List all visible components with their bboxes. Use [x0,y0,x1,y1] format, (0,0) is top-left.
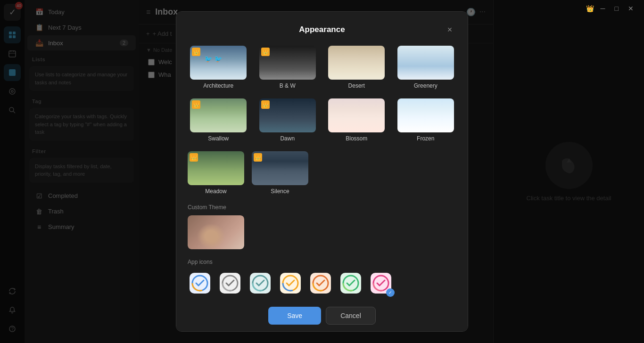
theme-blossom-img [328,98,385,132]
app-icon-5[interactable] [308,271,333,295]
theme-swallow-img: 👑 [190,98,247,132]
app-icon-3[interactable] [248,271,272,295]
cancel-button[interactable]: Cancel [326,307,376,325]
premium-badge: 👑 [190,153,198,162]
theme-meadow[interactable]: 👑 Meadow [188,151,244,195]
theme-silence-img: 👑 [252,151,308,185]
theme-blossom[interactable]: Blossom [326,98,388,142]
theme-dawn[interactable]: 👑 Dawn [257,98,319,142]
custom-theme-img [188,215,244,249]
modal-title: Appearance [201,25,443,34]
theme-dawn-label: Dawn [280,135,295,142]
modal-overlay[interactable]: Appearance × 👑 Architecture 👑 B & W [0,0,644,343]
theme-desert-img [328,46,385,80]
theme-architecture[interactable]: 👑 Architecture [188,46,249,89]
theme-frozen-label: Frozen [417,135,434,142]
theme-desert-label: Desert [348,82,365,89]
app-icon-4[interactable] [278,271,303,295]
app-icons-label: App icons [188,259,456,265]
app-icon-6[interactable] [339,271,363,295]
custom-theme-label: Custom Theme [188,204,456,211]
custom-theme-section: Custom Theme [188,204,456,249]
theme-architecture-label: Architecture [203,82,233,89]
maximize-button[interactable]: □ [612,4,621,13]
premium-badge: 👑 [261,48,270,56]
theme-frozen-img [397,98,454,132]
app-icons-row: ✓ [188,271,456,295]
appearance-modal: Appearance × 👑 Architecture 👑 B & W [176,11,468,332]
theme-silence[interactable]: 👑 Silence [252,151,308,195]
app-icon-2[interactable] [218,271,242,295]
app-icon-7[interactable]: ✓ [369,271,393,295]
theme-bw-label: B & W [280,82,296,89]
theme-dawn-img: 👑 [259,98,316,132]
theme-swallow[interactable]: 👑 Swallow [188,98,249,142]
minimize-button[interactable]: ─ [598,4,608,13]
modal-footer: Save Cancel [188,307,456,325]
theme-swallow-label: Swallow [208,135,229,142]
theme-silence-label: Silence [271,188,289,195]
theme-frozen[interactable]: Frozen [395,98,457,142]
theme-meadow-label: Meadow [205,188,226,195]
modal-close-button[interactable]: × [443,23,456,36]
theme-desert[interactable]: Desert [326,46,388,89]
premium-badge: 👑 [261,100,270,109]
premium-badge: 👑 [192,100,200,109]
save-button[interactable]: Save [268,307,321,325]
app-icons-section: App icons [188,259,456,295]
premium-badge: 👑 [254,153,262,162]
modal-header: Appearance × [188,23,456,36]
theme-meadow-img: 👑 [188,151,244,185]
theme-greenery-img [397,46,454,80]
theme-grid: 👑 Architecture 👑 B & W Desert [188,46,456,89]
app-icon-1[interactable] [188,271,212,295]
theme-greenery[interactable]: Greenery [395,46,457,89]
theme-greenery-label: Greenery [414,82,438,89]
theme-bw-img: 👑 [259,46,316,80]
theme-bw[interactable]: 👑 B & W [257,46,319,89]
custom-theme-item[interactable] [188,215,244,249]
theme-grid-2: 👑 Swallow 👑 Dawn Blossom [188,98,456,142]
premium-badge: 👑 [192,48,200,56]
close-window-button[interactable]: ✕ [625,4,636,13]
theme-blossom-label: Blossom [346,135,367,142]
theme-architecture-img: 👑 [190,46,247,80]
